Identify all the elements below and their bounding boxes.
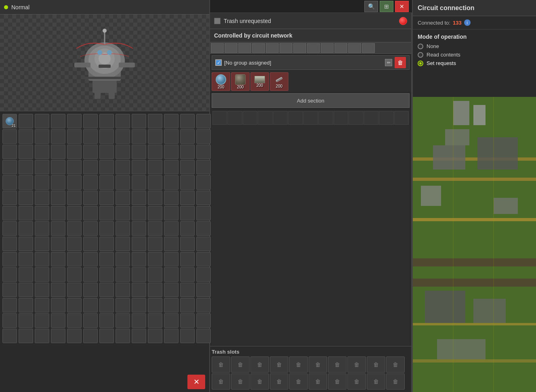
trash-slot[interactable]: 🗑 — [212, 373, 230, 390]
inventory-slot[interactable] — [19, 160, 33, 174]
trash-slot[interactable]: 🗑 — [367, 356, 385, 373]
inventory-slot[interactable] — [180, 298, 195, 312]
inventory-slot[interactable] — [164, 283, 179, 297]
inventory-slot[interactable] — [196, 329, 211, 343]
inventory-slot[interactable] — [132, 252, 146, 266]
inventory-slot[interactable] — [83, 283, 98, 297]
inventory-slot[interactable] — [19, 206, 33, 220]
inventory-slot[interactable] — [196, 206, 211, 220]
inventory-slot[interactable] — [132, 160, 146, 174]
inventory-slot[interactable] — [2, 221, 17, 236]
inventory-slot[interactable] — [19, 129, 33, 144]
inventory-slot[interactable] — [132, 329, 146, 343]
trash-slot[interactable]: 🗑 — [347, 356, 366, 373]
inventory-slot[interactable] — [116, 145, 130, 159]
inventory-slot[interactable] — [99, 221, 114, 236]
inventory-slot[interactable] — [148, 129, 162, 144]
inventory-slot[interactable] — [67, 221, 82, 236]
inventory-slot[interactable] — [51, 114, 65, 128]
inventory-slot[interactable] — [99, 329, 114, 343]
inventory-slot[interactable] — [196, 252, 211, 266]
inventory-slot[interactable] — [51, 160, 65, 174]
inventory-slot[interactable] — [116, 252, 130, 266]
inventory-slot[interactable] — [148, 145, 162, 159]
inventory-slot[interactable] — [83, 252, 98, 266]
inventory-slot[interactable] — [19, 252, 33, 266]
trash-slot[interactable]: 🗑 — [270, 373, 288, 390]
item-slot-3[interactable]: 200 — [250, 72, 269, 91]
inventory-slot[interactable] — [180, 206, 195, 220]
inventory-slot[interactable] — [180, 313, 195, 328]
inventory-slot[interactable] — [180, 267, 195, 282]
trash-slot[interactable]: 🗑 — [231, 356, 250, 373]
inventory-slot[interactable] — [67, 313, 82, 328]
inventory-slot[interactable] — [2, 283, 17, 297]
inventory-slot[interactable] — [83, 191, 98, 205]
inventory-slot-1[interactable]: 21 — [2, 114, 17, 128]
inventory-slot[interactable] — [164, 221, 179, 236]
inventory-slot[interactable] — [19, 283, 33, 297]
inventory-slot[interactable] — [116, 237, 130, 251]
trash-slot[interactable]: 🗑 — [386, 356, 405, 373]
inventory-slot[interactable] — [196, 221, 211, 236]
inventory-slot[interactable] — [116, 283, 130, 297]
inventory-slot[interactable] — [99, 160, 114, 174]
inventory-slot[interactable] — [51, 298, 65, 312]
inventory-slot[interactable] — [164, 145, 179, 159]
inventory-slot[interactable] — [148, 329, 162, 343]
inventory-slot[interactable] — [35, 175, 49, 190]
inventory-slot[interactable] — [99, 206, 114, 220]
inventory-slot[interactable] — [35, 329, 49, 343]
inventory-slot[interactable] — [35, 283, 49, 297]
inventory-slot[interactable] — [180, 160, 195, 174]
inventory-slot[interactable] — [67, 267, 82, 282]
inventory-slot[interactable] — [51, 252, 65, 266]
inventory-slot[interactable] — [67, 283, 82, 297]
inventory-slot[interactable] — [196, 191, 211, 205]
inventory-slot[interactable] — [35, 114, 49, 128]
inventory-slot[interactable] — [67, 329, 82, 343]
inventory-slot[interactable] — [132, 206, 146, 220]
inventory-slot[interactable] — [164, 175, 179, 190]
inventory-slot[interactable] — [196, 160, 211, 174]
inventory-slot[interactable] — [2, 267, 17, 282]
section-delete-button[interactable]: 🗑 — [395, 57, 406, 68]
trash-slot[interactable]: 🗑 — [309, 356, 327, 373]
inventory-slot[interactable] — [180, 252, 195, 266]
inventory-slot[interactable] — [19, 145, 33, 159]
inventory-slot[interactable] — [132, 267, 146, 282]
inventory-slot[interactable] — [19, 329, 33, 343]
inventory-slot[interactable] — [132, 313, 146, 328]
inventory-slot[interactable] — [180, 114, 195, 128]
inventory-slot[interactable] — [35, 252, 49, 266]
inventory-slot[interactable] — [51, 221, 65, 236]
inventory-slot[interactable] — [180, 129, 195, 144]
add-section-button[interactable]: Add section — [212, 93, 410, 108]
inventory-slot[interactable] — [99, 114, 114, 128]
inventory-slot[interactable] — [99, 237, 114, 251]
inventory-slot[interactable] — [164, 206, 179, 220]
inventory-slot[interactable] — [19, 221, 33, 236]
inventory-slot[interactable] — [196, 129, 211, 144]
inventory-slot[interactable] — [99, 129, 114, 144]
section-checkbox[interactable]: ✓ — [215, 59, 222, 66]
inventory-slot[interactable] — [196, 313, 211, 328]
inventory-slot[interactable] — [116, 313, 130, 328]
inventory-slot[interactable] — [164, 329, 179, 343]
inventory-slot[interactable] — [132, 191, 146, 205]
trash-slot[interactable]: 🗑 — [250, 356, 269, 373]
inventory-slot[interactable] — [83, 206, 98, 220]
inventory-slot[interactable] — [196, 283, 211, 297]
network-button[interactable]: ⊞ — [380, 1, 393, 12]
inventory-slot[interactable] — [180, 237, 195, 251]
radio-read-contents[interactable]: Read contents — [418, 52, 531, 58]
inventory-slot[interactable] — [180, 221, 195, 236]
inventory-slot[interactable] — [67, 114, 82, 128]
radio-set-requests[interactable]: Set requests — [418, 60, 531, 66]
inventory-slot[interactable] — [196, 298, 211, 312]
inventory-slot[interactable] — [83, 175, 98, 190]
inventory-slot[interactable] — [67, 206, 82, 220]
trash-slot[interactable]: 🗑 — [309, 373, 327, 390]
inventory-slot[interactable] — [67, 145, 82, 159]
inventory-slot[interactable] — [83, 221, 98, 236]
